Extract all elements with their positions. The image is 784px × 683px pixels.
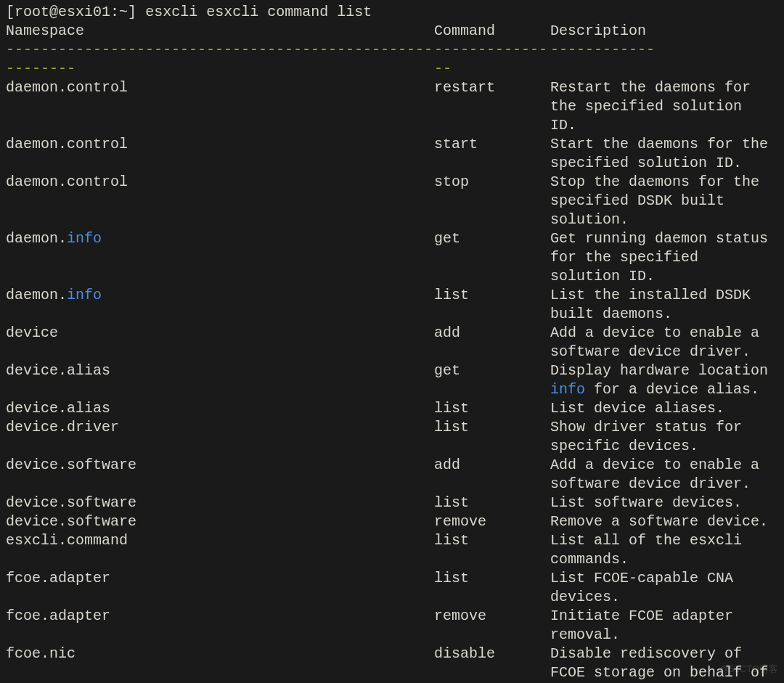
cell-namespace: fcoe.nic: [6, 645, 434, 663]
table-row: deviceaddAdd a device to enable a softwa…: [6, 324, 778, 361]
cell-description: Remove a software device.: [550, 512, 778, 531]
table-row: fcoe.adapterlistList FCOE-capable CNA de…: [6, 569, 778, 607]
cell-namespace: device.software: [6, 456, 434, 475]
header-command: Command: [434, 22, 550, 41]
cell-command: stop: [434, 173, 550, 192]
cell-description: List all of the esxcli commands.: [550, 531, 778, 569]
cell-namespace: fcoe.adapter: [6, 607, 434, 626]
table-body: daemon.controlrestartRestart the daemons…: [6, 78, 778, 683]
cell-namespace: daemon.info: [6, 286, 434, 305]
cell-command: add: [434, 456, 550, 475]
prompt-path: ~: [119, 4, 128, 20]
cell-description: Show driver status for specific devices.: [550, 418, 778, 456]
table-row: daemon.infogetGet running daemon status …: [6, 229, 778, 286]
table-row: device.driverlistShow driver status for …: [6, 418, 778, 456]
separator-description: ------------: [550, 41, 778, 60]
cell-description: Get running daemon status for the specif…: [550, 229, 778, 286]
cell-namespace: daemon.control: [6, 78, 434, 97]
namespace-highlight: info: [67, 287, 102, 303]
terminal-output: [root@esxi01:~] esxcli esxcli command li…: [0, 0, 784, 683]
cell-command: remove: [434, 607, 550, 626]
cell-command: list: [434, 531, 550, 550]
entered-command: esxcli esxcli command list: [145, 4, 372, 20]
cell-description: List device aliases.: [550, 399, 778, 418]
cell-namespace: daemon.control: [6, 135, 434, 154]
cell-namespace: device.driver: [6, 418, 434, 437]
description-highlight: info: [550, 381, 585, 398]
cell-command: start: [434, 135, 550, 154]
cell-description: Restart the daemons for the specified so…: [550, 78, 778, 135]
table-row: daemon.controlstartStart the daemons for…: [6, 135, 778, 173]
prompt-user: root: [15, 4, 49, 20]
namespace-highlight: info: [67, 230, 102, 247]
cell-description: Initiate FCOE adapter removal.: [550, 607, 778, 645]
prompt-host: esxi01: [58, 4, 110, 20]
cell-command: list: [434, 418, 550, 437]
table-row: esxcli.commandlistList all of the esxcli…: [6, 531, 778, 569]
table-row: fcoe.adapterremoveInitiate FCOE adapter …: [6, 607, 778, 645]
cell-description: Disable rediscovery of FCOE storage on b…: [550, 645, 778, 683]
table-row: device.aliasgetDisplay hardware location…: [6, 361, 778, 399]
prompt-pathsep: :: [110, 4, 119, 20]
table-row: device.aliaslistList device aliases.: [6, 399, 778, 418]
cell-description: Stop the daemons for the specified DSDK …: [550, 173, 778, 229]
cell-namespace: esxcli.command: [6, 531, 434, 550]
header-description: Description: [550, 22, 778, 41]
cell-description: List FCOE-capable CNA devices.: [550, 569, 778, 607]
table-row: daemon.controlrestartRestart the daemons…: [6, 78, 778, 135]
cell-description: Add a device to enable a software device…: [550, 324, 778, 361]
table-row: device.softwareremoveRemove a software d…: [6, 512, 778, 531]
cell-namespace: device.alias: [6, 399, 434, 418]
cell-description: List software devices.: [550, 494, 778, 512]
separator-namespace: ----------------------------------------…: [6, 41, 434, 78]
separator-command: ---------------: [434, 41, 550, 78]
table-row: daemon.controlstopStop the daemons for t…: [6, 173, 778, 229]
prompt-line: [root@esxi01:~] esxcli esxcli command li…: [6, 3, 778, 22]
cell-namespace: daemon.control: [6, 173, 434, 192]
table-row: daemon.infolistList the installed DSDK b…: [6, 286, 778, 324]
cell-command: list: [434, 569, 550, 588]
cell-command: add: [434, 324, 550, 343]
cell-command: disable: [434, 645, 550, 663]
cell-command: list: [434, 494, 550, 512]
table-row: device.softwarelistList software devices…: [6, 494, 778, 512]
cell-namespace: fcoe.adapter: [6, 569, 434, 588]
cell-namespace: device.software: [6, 512, 434, 531]
cell-namespace: daemon.info: [6, 229, 434, 248]
table-row: device.softwareaddAdd a device to enable…: [6, 456, 778, 494]
cell-description: List the installed DSDK built daemons.: [550, 286, 778, 324]
cell-command: restart: [434, 78, 550, 97]
cell-namespace: device.software: [6, 494, 434, 512]
cell-description: Add a device to enable a software device…: [550, 456, 778, 494]
table-row: fcoe.nicdisableDisable rediscovery of FC…: [6, 645, 778, 683]
cell-namespace: device.alias: [6, 361, 434, 380]
prompt-at: @: [49, 4, 58, 20]
cell-namespace: device: [6, 324, 434, 343]
cell-command: get: [434, 361, 550, 380]
cell-description: Start the daemons for the specified solu…: [550, 135, 778, 173]
cell-command: remove: [434, 512, 550, 531]
table-header-row: Namespace Command Description: [6, 22, 778, 41]
table-separator-row: ----------------------------------------…: [6, 41, 778, 78]
cell-command: get: [434, 229, 550, 248]
prompt-close: ]: [128, 4, 136, 20]
cell-command: list: [434, 399, 550, 418]
prompt-open: [: [6, 4, 15, 20]
header-namespace: Namespace: [6, 22, 434, 41]
cell-command: list: [434, 286, 550, 305]
cell-description: Display hardware location info for a dev…: [550, 361, 778, 399]
